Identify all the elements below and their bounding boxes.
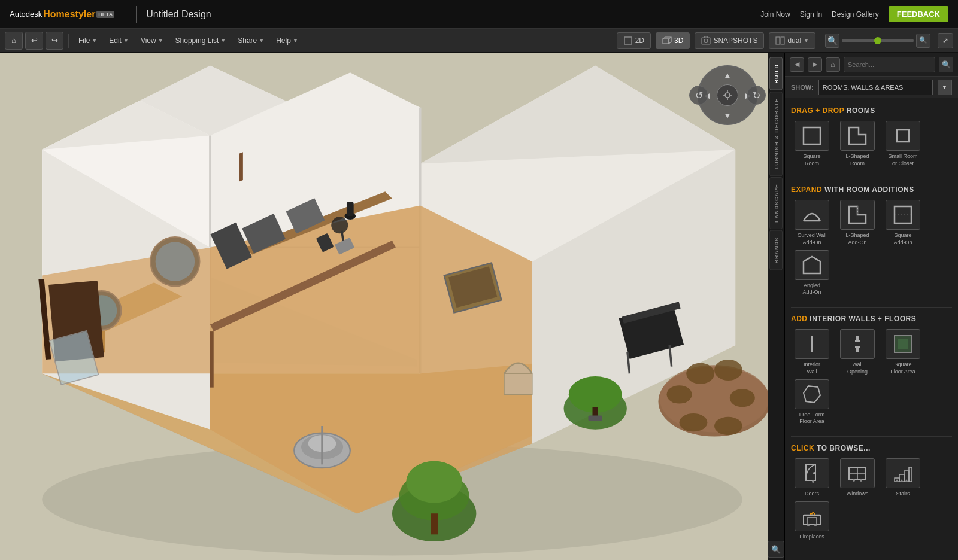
l-add-on-item[interactable]: L-ShapedAdd-On [836, 200, 878, 246]
sq-floor-item[interactable]: SquareFloor Area [882, 329, 924, 375]
zoom-slider[interactable] [842, 39, 914, 42]
rotate-left-button[interactable]: ↺ [689, 86, 708, 105]
svg-rect-7 [781, 37, 784, 44]
landscape-tab[interactable]: LANDSCAPE [769, 177, 783, 229]
svg-point-119 [807, 524, 810, 526]
rotate-right-button[interactable]: ↻ [747, 86, 766, 105]
svg-line-74 [342, 231, 343, 241]
browse-title: CLICK TO BROWSE... [791, 444, 952, 452]
view-menu[interactable]: View ▼ [136, 32, 168, 49]
vertical-tabs: BUILD FURNISH & DECORATE LANDSCAPE BRAND… [768, 53, 784, 560]
right-panel: ◀ ▶ ⌂ 🔍 SHOW: ROOMS, WALLS & AREAS ▼ DRA… [784, 53, 958, 560]
top-bar: Autodesk Homestyler BETA Untitled Design… [0, 0, 958, 29]
nav-up-button[interactable]: ▲ [721, 69, 733, 81]
fullscreen-button[interactable]: ⤢ [938, 33, 953, 48]
svg-point-120 [814, 524, 817, 526]
square-room-icon [795, 121, 829, 151]
autodesk-name: Autodesk [10, 10, 42, 19]
show-row: SHOW: ROOMS, WALLS & AREAS ▼ [785, 77, 958, 98]
build-tab[interactable]: BUILD [769, 57, 783, 90]
svg-point-73 [331, 217, 348, 233]
section-divider-2 [791, 307, 952, 308]
file-menu[interactable]: File ▼ [74, 32, 102, 49]
main-area: ▲ ▼ ◀ ▶ ↺ ↻ BU [0, 53, 958, 560]
dual-button[interactable]: dual ▼ [769, 32, 815, 49]
svg-rect-1 [663, 39, 669, 44]
3d-viewport[interactable]: ▲ ▼ ◀ ▶ ↺ ↻ [0, 53, 784, 560]
expand-suffix: WITH ROOM ADDITIONS [824, 185, 914, 194]
svg-point-60 [680, 413, 708, 431]
ff-floor-label: Free-FormFloor Area [799, 412, 825, 425]
share-menu[interactable]: Share ▼ [233, 32, 269, 49]
zoom-in-button[interactable]: 🔍 [916, 34, 930, 48]
3d-button[interactable]: 3D [656, 32, 690, 49]
svg-point-108 [860, 479, 862, 482]
wall-opening-label: WallOpening [847, 361, 868, 375]
design-gallery-link[interactable]: Design Gallery [832, 10, 879, 19]
svg-rect-112 [909, 467, 912, 482]
curved-wall-item[interactable]: Curved WallAdd-On [791, 200, 833, 246]
sq-add-on-label: SquareAdd-On [893, 232, 912, 246]
doors-item[interactable]: Doors [791, 458, 833, 498]
l-shaped-room-item[interactable]: L-ShapedRoom [836, 121, 878, 167]
windows-item[interactable]: Windows [836, 458, 878, 498]
show-dropdown[interactable]: ROOMS, WALLS & AREAS [818, 80, 933, 95]
panel-search-input[interactable] [844, 57, 935, 72]
panel-search-icon[interactable]: 🔍 [768, 541, 784, 558]
expand-title: EXPAND WITH ROOM ADDITIONS [791, 185, 952, 194]
sign-in-link[interactable]: Sign In [800, 10, 822, 19]
furnish-tab[interactable]: FURNISH & DECORATE [769, 92, 783, 176]
svg-point-5 [704, 39, 708, 42]
l-shaped-room-label: L-ShapedRoom [845, 153, 869, 167]
shopping-label: Shopping List [175, 36, 219, 45]
homestyler-name: Homestyler [43, 9, 95, 20]
fireplaces-label: Fireplaces [799, 534, 824, 541]
panel-search-submit[interactable]: 🔍 [939, 57, 953, 72]
ff-floor-icon [795, 379, 829, 409]
ff-floor-item[interactable]: Free-FormFloor Area [791, 379, 833, 425]
shopping-list-menu[interactable]: Shopping List ▼ [171, 32, 231, 49]
fireplaces-item[interactable]: Fireplaces [791, 501, 833, 541]
shopping-arrow: ▼ [220, 38, 226, 44]
toolbar: ⌂ ↩ ↪ File ▼ Edit ▼ View ▼ Shopping List… [0, 29, 958, 53]
square-room-item[interactable]: SquareRoom [791, 121, 833, 167]
interior-wall-item[interactable]: InteriorWall [791, 329, 833, 375]
brands-tab[interactable]: BRANDS [769, 230, 783, 270]
angled-add-on-item[interactable]: AngledAdd-On [791, 250, 833, 296]
browse-grid: Doors Windows [791, 458, 952, 540]
stairs-item[interactable]: Stairs [882, 458, 924, 498]
home-button[interactable]: ⌂ [5, 32, 23, 50]
redo-button[interactable]: ↪ [46, 32, 63, 50]
svg-marker-35 [210, 331, 214, 388]
interior-suffix: INTERIOR WALLS + FLOORS [810, 315, 916, 323]
logo-divider [136, 6, 137, 23]
wall-opening-item[interactable]: WallOpening [836, 329, 878, 375]
svg-rect-116 [804, 515, 820, 525]
2d-button[interactable]: 2D [617, 32, 651, 49]
panel-home-button[interactable]: ⌂ [826, 57, 840, 72]
sq-floor-label: SquareFloor Area [890, 361, 915, 375]
zoom-controls: 🔍 🔍 [825, 34, 930, 48]
undo-button[interactable]: ↩ [25, 32, 43, 50]
help-menu[interactable]: Help ▼ [271, 32, 303, 49]
svg-point-57 [714, 360, 742, 381]
nav-down-button[interactable]: ▼ [721, 109, 733, 121]
small-room-item[interactable]: Small Roomor Closet [882, 121, 924, 167]
expand-section: EXPAND WITH ROOM ADDITIONS Curved WallAd… [791, 185, 952, 296]
panel-forward-button[interactable]: ▶ [808, 57, 822, 72]
svg-point-114 [901, 479, 903, 481]
show-dropdown-arrow[interactable]: ▼ [938, 80, 952, 95]
sq-add-on-item[interactable]: SquareAdd-On [882, 200, 924, 246]
feedback-button[interactable]: FEEDBACK [889, 6, 948, 22]
panel-back-button[interactable]: ◀ [790, 57, 804, 72]
svg-point-59 [667, 385, 692, 403]
expand-highlight: EXPAND [791, 185, 822, 194]
zoom-out-button[interactable]: 🔍 [825, 34, 839, 48]
browse-highlight: CLICK [791, 444, 814, 452]
edit-menu[interactable]: Edit ▼ [104, 32, 134, 49]
snapshots-button[interactable]: SNAPSHOTS [695, 32, 764, 49]
file-arrow: ▼ [92, 38, 97, 44]
help-label: Help [276, 36, 291, 45]
l-shaped-room-icon [840, 121, 875, 151]
join-now-link[interactable]: Join Now [760, 10, 790, 19]
